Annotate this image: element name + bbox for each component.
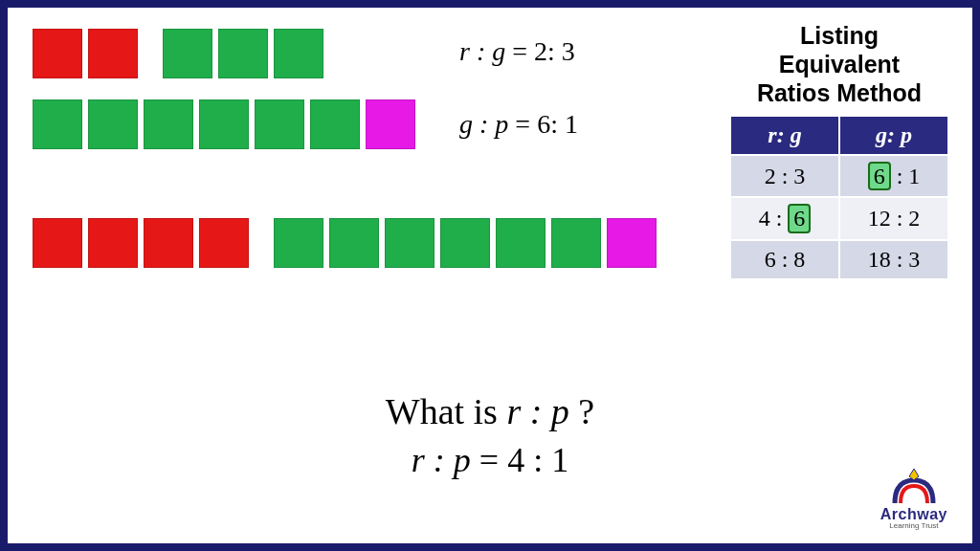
answer-text: r : p = 4 : 1 xyxy=(8,440,972,480)
red-square xyxy=(199,218,249,268)
green-square xyxy=(496,218,546,268)
table-header-gp: g: p xyxy=(839,116,948,155)
archway-logo: Archway Learning Trust xyxy=(880,467,947,530)
ratio-vars-1: r : g xyxy=(459,36,505,66)
equivalent-ratios-panel: Listing Equivalent Ratios Method r: g g:… xyxy=(729,21,949,280)
green-square xyxy=(551,218,601,268)
table-cell: 6 : 8 xyxy=(730,240,839,279)
green-square xyxy=(255,99,304,149)
green-square xyxy=(218,29,268,78)
green-square xyxy=(199,99,249,149)
green-square xyxy=(144,99,193,149)
ratio-row-2 xyxy=(33,99,421,149)
red-square xyxy=(88,218,138,268)
red-square xyxy=(33,29,82,78)
table-cell: 4 : 6 xyxy=(730,197,839,239)
highlighted-value: 6 xyxy=(868,162,891,190)
green-square xyxy=(33,99,82,149)
table-cell: 2 : 3 xyxy=(730,155,839,197)
green-square xyxy=(163,29,212,78)
archway-logo-icon xyxy=(891,467,937,505)
ratio-vars-2: g : p xyxy=(459,109,508,139)
green-square xyxy=(310,99,360,149)
logo-sub: Learning Trust xyxy=(880,522,947,530)
red-square xyxy=(33,218,82,268)
equivalent-ratios-table: r: g g: p 2 : 36 : 14 : 612 : 26 : 818 :… xyxy=(729,115,949,280)
red-square xyxy=(88,29,138,78)
ratio-row-1 xyxy=(33,29,329,78)
logo-name: Archway xyxy=(880,507,947,522)
table-cell: 12 : 2 xyxy=(839,197,948,239)
green-square xyxy=(88,99,138,149)
pink-square xyxy=(607,218,657,268)
green-square xyxy=(329,218,379,268)
table-cell: 18 : 3 xyxy=(839,240,948,279)
panel-title: Listing Equivalent Ratios Method xyxy=(729,21,949,107)
ratio-val-2: 6: 1 xyxy=(537,109,578,139)
green-square xyxy=(440,218,490,268)
table-row: 2 : 36 : 1 xyxy=(730,155,948,197)
red-square xyxy=(144,218,193,268)
table-row: 4 : 612 : 2 xyxy=(730,197,948,239)
ratio-row-3 xyxy=(33,218,662,268)
green-square xyxy=(274,218,323,268)
green-square xyxy=(274,29,323,78)
pink-square xyxy=(366,99,415,149)
highlighted-value: 6 xyxy=(788,204,811,232)
green-square xyxy=(385,218,434,268)
table-header-rg: r: g xyxy=(730,116,839,155)
ratio-label-1: r : g = 2: 3 xyxy=(459,36,575,67)
question-text: What is r : p ? xyxy=(8,390,972,432)
table-cell: 6 : 1 xyxy=(839,155,948,197)
table-row: 6 : 818 : 3 xyxy=(730,240,948,279)
ratio-val-1: 2: 3 xyxy=(534,36,575,66)
ratio-label-2: g : p = 6: 1 xyxy=(459,109,578,140)
